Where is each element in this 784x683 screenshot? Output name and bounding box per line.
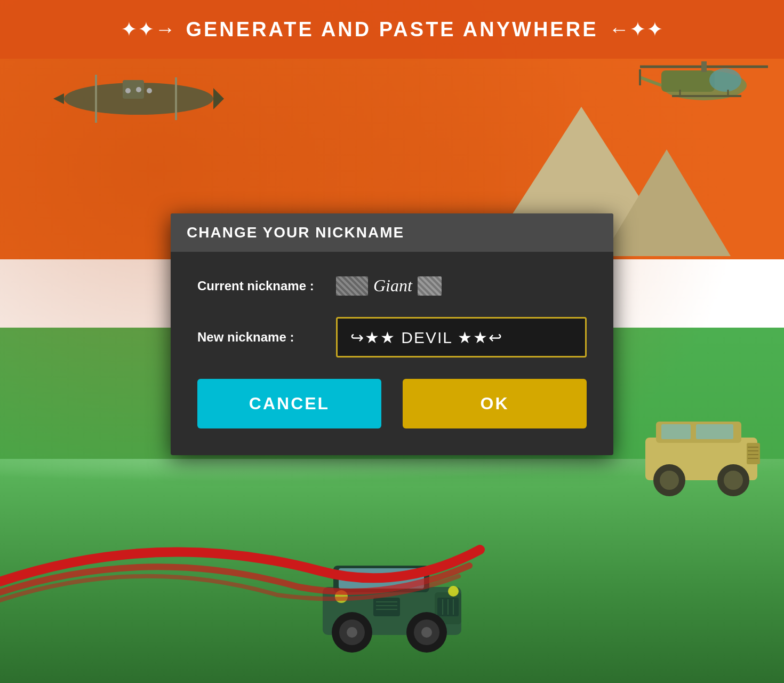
ok-button[interactable]: OK [403,379,587,428]
svg-marker-2 [213,88,224,109]
svg-point-8 [125,88,131,93]
helicopter-decoration [635,48,773,112]
svg-rect-15 [701,61,707,72]
change-nickname-dialog: CHANGE YOUR NICKNAME Current nickname : … [171,213,613,455]
svg-rect-12 [661,70,715,92]
banner-title: GENERATE AND PASTE ANYWHERE [186,18,598,41]
current-nick-value: Giant [370,276,415,296]
humvee-decoration [635,411,768,496]
mountain-right2 [603,149,731,256]
new-nickname-input[interactable] [336,317,587,358]
svg-point-13 [709,68,741,92]
svg-point-48 [421,627,432,638]
svg-point-9 [136,87,141,92]
new-nickname-label: New nickname : [197,330,336,345]
svg-line-16 [640,77,661,85]
banner-arrows-right: ←✦✦ [609,18,663,41]
svg-rect-23 [661,424,691,439]
svg-rect-24 [696,424,733,439]
airplane-decoration [53,64,224,133]
dialog-title: CHANGE YOUR NICKNAME [187,224,404,241]
svg-point-45 [347,627,357,638]
dialog-header: CHANGE YOUR NICKNAME [171,213,613,252]
nick-block-right [418,276,442,295]
dialog-overlay: CHANGE YOUR NICKNAME Current nickname : … [171,213,613,455]
svg-point-10 [147,88,152,93]
cancel-button[interactable]: CANCEL [197,379,381,428]
banner-arrows-left: ✦✦→ [121,18,175,41]
red-sweep-decoration [0,486,784,603]
current-nickname-row: Current nickname : Giant [197,276,587,296]
svg-rect-29 [747,443,760,464]
svg-marker-1 [53,93,64,104]
current-nickname-display: Giant [336,276,442,296]
nick-block-left [336,276,368,295]
current-nickname-label: Current nickname : [197,278,336,293]
dialog-body: Current nickname : Giant New nickname : … [171,252,613,455]
new-nickname-row: New nickname : [197,317,587,358]
buttons-row: CANCEL OK [197,379,587,428]
